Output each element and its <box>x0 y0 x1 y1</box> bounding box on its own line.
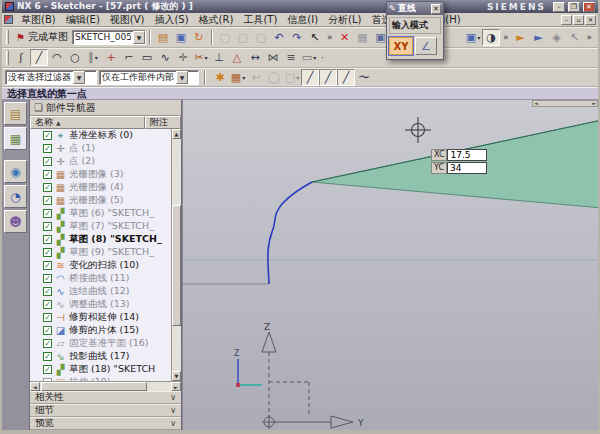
menu-format[interactable]: 格式(R) <box>194 13 239 27</box>
mdi-close-button[interactable]: ✕ <box>585 15 596 25</box>
mid-point-snap-icon[interactable]: ╱ <box>319 69 337 86</box>
feature-checkbox[interactable] <box>43 365 52 374</box>
tree-row[interactable]: ⇘ 投影曲线 (17) <box>30 350 171 363</box>
mirror-curve-icon[interactable]: ⋈ <box>264 49 282 66</box>
column-name[interactable]: 名称 ▲ <box>30 116 145 129</box>
yc-input[interactable] <box>447 162 487 174</box>
tree-row[interactable]: ▞ 草图 (8) "SKETCH_ <box>30 233 171 246</box>
toolbar-overflow[interactable]: » <box>586 32 592 42</box>
tree-row[interactable]: ◠ 桥接曲线 (11) <box>30 272 171 285</box>
scroll-left-icon[interactable]: ◄ <box>534 101 538 106</box>
menu-edit[interactable]: 编辑(E) <box>61 13 105 27</box>
tree-row[interactable]: ▦ 光栅图像 (5) <box>30 194 171 207</box>
part-navigator-tab[interactable]: ▦ <box>4 127 27 150</box>
feature-checkbox[interactable] <box>43 222 52 231</box>
line-dialog-close-button[interactable]: ✕ <box>431 4 441 14</box>
xc-input[interactable] <box>447 149 487 161</box>
redo-icon[interactable]: ↷ <box>288 29 306 46</box>
snap-point-enable-icon[interactable]: ✱ <box>211 69 229 86</box>
section-preview[interactable]: 预览 ∨ <box>30 417 181 430</box>
toolbar-grip[interactable] <box>6 51 9 65</box>
menu-tools[interactable]: 工具(T) <box>238 13 282 27</box>
circle-icon[interactable]: ○ <box>66 49 84 66</box>
derived-lines-icon[interactable]: ∥ <box>84 49 102 66</box>
section-dependencies[interactable]: 相关性 ∨ <box>30 391 181 404</box>
rectangle-icon[interactable]: ▭ <box>138 49 156 66</box>
end-point-snap-icon[interactable]: ╱ <box>301 69 319 86</box>
roles-tab[interactable]: ☻ <box>4 210 27 233</box>
toolbar-overflow[interactable]: · <box>321 53 324 63</box>
studio-spline-icon[interactable]: ∿ <box>156 49 174 66</box>
sketch-options-dropdown[interactable]: ▭ <box>300 49 318 66</box>
display-part-icon[interactable]: ▣ <box>172 29 190 46</box>
minimize-button[interactable]: – <box>553 2 565 12</box>
menu-sketch[interactable]: 草图(B) <box>16 13 61 27</box>
close-button[interactable]: ✕ <box>583 2 595 12</box>
tree-row[interactable]: ▦ 光栅图像 (3) <box>30 168 171 181</box>
menu-analysis[interactable]: 分析(L) <box>323 13 366 27</box>
feature-checkbox[interactable] <box>43 339 52 348</box>
chevron-down-icon[interactable]: ▼ <box>133 31 145 44</box>
mdi-restore-button[interactable]: ▫ <box>573 15 584 25</box>
open-briefcase-icon[interactable]: ▤ <box>154 29 172 46</box>
scroll-left-icon[interactable]: ◄ <box>30 382 40 391</box>
navigator-horizontal-scrollbar[interactable]: ◄ ► <box>30 381 181 391</box>
tree-row[interactable]: ≋ 变化的扫掠 (10) <box>30 259 171 272</box>
section-details[interactable]: 细节 ∨ <box>30 404 181 417</box>
maximize-button[interactable]: ❐ <box>568 2 580 12</box>
column-note[interactable]: 附注 <box>145 116 181 129</box>
intersection-snap-icon[interactable]: 〜 <box>355 69 373 86</box>
tree-row[interactable]: ⊣ 修剪和延伸 (14) <box>30 311 171 324</box>
selection-scope-combo[interactable]: 仅在工作部件内部 ▼ <box>99 70 199 85</box>
feature-checkbox[interactable] <box>43 157 52 166</box>
rollback-icon[interactable]: ↩ <box>247 69 265 86</box>
tree-row[interactable]: ▞ 草图 (7) "SKETCH_ <box>30 220 171 233</box>
tree-row[interactable]: ✛ 点 (1) <box>30 142 171 155</box>
save-icon[interactable]: ▢ <box>216 29 234 46</box>
tree-row[interactable]: ▞ 草图 (18) "SKETCH <box>30 363 171 376</box>
feature-checkbox[interactable] <box>43 287 52 296</box>
point-dialog-icon[interactable]: ✛ <box>174 49 192 66</box>
tree-row[interactable]: ∿ 调整曲线 (13) <box>30 298 171 311</box>
feature-checkbox[interactable] <box>43 248 52 257</box>
feature-checkbox[interactable] <box>43 183 52 192</box>
tool-icon[interactable]: ◈ <box>547 29 565 46</box>
inferred-dimension-icon[interactable]: ↔ <box>246 49 264 66</box>
auto-constrain-icon[interactable]: △ <box>228 49 246 66</box>
tree-row[interactable]: ∿ 连结曲线 (12) <box>30 285 171 298</box>
feature-checkbox[interactable] <box>43 196 52 205</box>
show-object-icon[interactable]: ◯ <box>265 69 283 86</box>
corner-icon[interactable]: ⌐ <box>120 49 138 66</box>
history-tab[interactable]: ◔ <box>4 185 27 208</box>
scrollbar-thumb[interactable] <box>172 205 181 326</box>
toolbar-grip[interactable] <box>6 30 9 44</box>
sketch-name-combo[interactable]: SKETCH_005 ▼ <box>72 30 146 45</box>
assembly-navigator-tab[interactable]: ▤ <box>4 102 27 125</box>
toolbar-overflow[interactable]: » <box>503 32 509 42</box>
selection-cursor-icon[interactable]: ↖ <box>306 29 324 46</box>
scroll-right-icon[interactable]: ► <box>592 101 596 106</box>
scroll-down-icon[interactable]: ▼ <box>172 371 181 381</box>
delete-icon[interactable]: ✕ <box>335 29 353 46</box>
tree-row[interactable]: ▞ 草图 (9) "SKETCH_ <box>30 246 171 259</box>
profile-icon[interactable]: ʃ <box>12 49 30 66</box>
feature-checkbox[interactable] <box>43 326 52 335</box>
tree-row[interactable]: ▱ 固定基准平面 (16) <box>30 337 171 350</box>
line-icon[interactable]: ╱ <box>30 49 48 66</box>
tree-row[interactable]: ▦ 光栅图像 (4) <box>30 181 171 194</box>
tree-row[interactable]: ✛ 点 (2) <box>30 155 171 168</box>
toolbar-overflow[interactable]: » <box>327 32 333 42</box>
feature-checkbox[interactable] <box>43 170 52 179</box>
feature-checkbox[interactable] <box>43 352 52 361</box>
update-display-icon[interactable]: ↻ <box>190 29 208 46</box>
scroll-up-icon[interactable]: ▲ <box>172 129 181 139</box>
cut-icon[interactable]: ▢ <box>234 29 252 46</box>
feature-checkbox[interactable] <box>43 144 52 153</box>
snap-grid-icon[interactable]: ▦ <box>229 69 247 86</box>
orient-view-icon[interactable]: ▣ <box>464 29 482 46</box>
chevron-down-icon[interactable]: ▼ <box>73 71 85 84</box>
more-filters-icon[interactable]: ▢ <box>283 69 301 86</box>
quick-trim-icon[interactable]: ✂ <box>192 49 210 66</box>
tree-row[interactable]: ⌖ 基准坐标系 (0) <box>30 129 171 142</box>
menu-insert[interactable]: 插入(S) <box>149 13 193 27</box>
